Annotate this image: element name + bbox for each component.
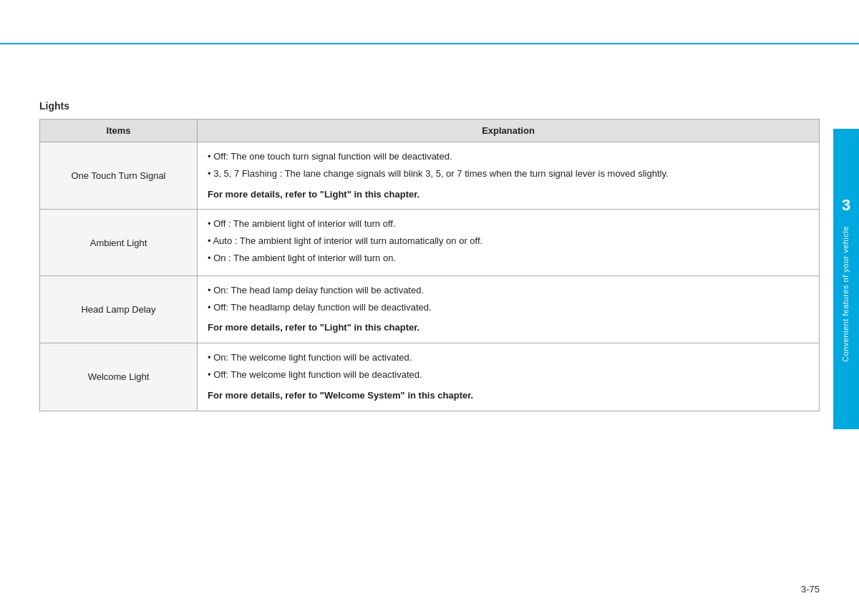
explanation-cell: • Off: The one touch turn signal functio… bbox=[198, 142, 820, 210]
page-number: 3-75 bbox=[801, 584, 820, 595]
bullet-text: • Off: The headlamp delay function will … bbox=[208, 300, 809, 316]
table-row: Ambient Light• Off : The ambient light o… bbox=[40, 210, 820, 275]
sidebar-label: Convenient features of your vehicle bbox=[840, 226, 851, 362]
table-header-row: Items Explanation bbox=[40, 119, 820, 142]
bullet-text: • Off : The ambient light of interior wi… bbox=[208, 217, 809, 232]
section-title: Lights bbox=[39, 100, 820, 112]
table-row: Welcome Light• On: The welcome light fun… bbox=[40, 343, 820, 411]
header-items: Items bbox=[40, 119, 198, 142]
item-cell: Head Lamp Delay bbox=[40, 275, 198, 343]
bold-reference: For more details, refer to "Light" in th… bbox=[208, 321, 809, 336]
bullet-text: • On: The head lamp delay function will … bbox=[208, 283, 809, 298]
explanation-cell: • Off : The ambient light of interior wi… bbox=[198, 210, 820, 275]
table-row: Head Lamp Delay• On: The head lamp delay… bbox=[40, 275, 820, 343]
bullet-text: • Off: The one touch turn signal functio… bbox=[208, 150, 809, 165]
item-cell: One Touch Turn Signal bbox=[40, 142, 198, 210]
explanation-cell: • On: The head lamp delay function will … bbox=[198, 275, 820, 343]
bullet-text: • On : The ambient light of interior wil… bbox=[208, 251, 809, 266]
bullet-text: • 3, 5, 7 Flashing : The lane change sig… bbox=[208, 167, 809, 182]
sidebar-tab: 3 Convenient features of your vehicle bbox=[833, 129, 859, 429]
bullet-text: • Auto : The ambient light of interior w… bbox=[208, 234, 809, 249]
bold-reference: For more details, refer to "Light" in th… bbox=[208, 187, 809, 202]
explanation-cell: • On: The welcome light function will be… bbox=[198, 343, 820, 411]
table-row: One Touch Turn Signal• Off: The one touc… bbox=[40, 142, 820, 210]
bullet-text: • Off: The welcome light function will b… bbox=[208, 368, 809, 383]
item-cell: Ambient Light bbox=[40, 210, 198, 275]
bullet-text: • On: The welcome light function will be… bbox=[208, 351, 809, 366]
chapter-number: 3 bbox=[842, 196, 850, 215]
bold-reference: For more details, refer to "Welcome Syst… bbox=[208, 388, 809, 404]
header-explanation: Explanation bbox=[198, 119, 820, 142]
top-line bbox=[0, 43, 859, 44]
item-cell: Welcome Light bbox=[40, 343, 198, 411]
main-content: Lights Items Explanation One Touch Turn … bbox=[39, 64, 820, 573]
lights-table: Items Explanation One Touch Turn Signal•… bbox=[39, 119, 820, 411]
